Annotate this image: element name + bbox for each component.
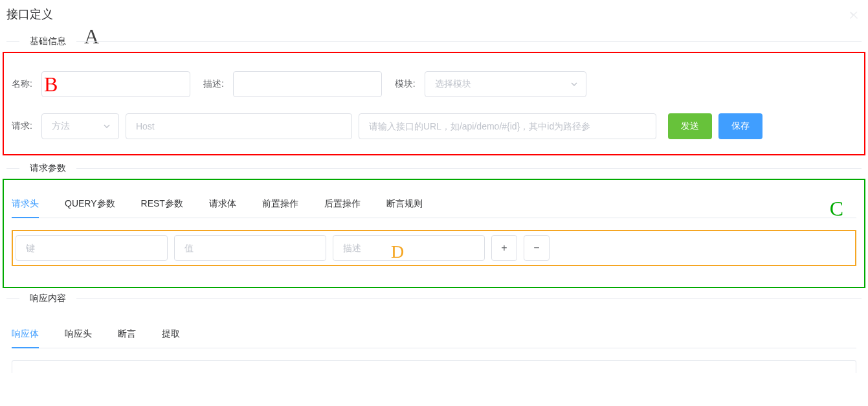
page-title: 接口定义 — [6, 6, 53, 22]
form-row-request: 请求: 方法 发送 保存 — [12, 113, 856, 139]
name-input[interactable] — [41, 71, 190, 97]
tab-rest-params[interactable]: REST参数 — [141, 198, 183, 218]
chevron-down-icon — [103, 122, 112, 131]
plus-icon: + — [501, 242, 507, 254]
tab-response-header[interactable]: 响应头 — [65, 328, 92, 348]
tab-request-header[interactable]: 请求头 — [12, 198, 39, 218]
desc-input[interactable] — [233, 71, 382, 97]
response-section: 响应内容 响应体 响应头 断言 提取 — [6, 299, 862, 373]
module-select[interactable]: 选择模块 — [425, 71, 586, 97]
tab-assert-rule[interactable]: 断言规则 — [386, 198, 423, 218]
param-row: D + − — [12, 230, 856, 266]
tab-pre-action[interactable]: 前置操作 — [262, 198, 298, 218]
request-params-section: 请求参数 请求头 QUERY参数 REST参数 请求体 前置操作 后置操作 断言… — [6, 168, 862, 279]
section-legend-request: 请求参数 — [19, 163, 76, 174]
row-desc-input[interactable] — [333, 235, 485, 261]
url-input[interactable] — [359, 113, 656, 139]
minus-icon: − — [533, 242, 539, 254]
tab-response-body[interactable]: 响应体 — [12, 328, 39, 348]
value-input[interactable] — [174, 235, 326, 261]
section-legend-basic: 基础信息 — [19, 36, 76, 47]
chevron-down-icon — [570, 80, 579, 89]
basic-info-section: 基础信息 名称: 描述: 模块: 选择模块 B 请求: 方法 — [6, 41, 862, 149]
tab-post-action[interactable]: 后置操作 — [324, 198, 361, 218]
method-placeholder: 方法 — [52, 120, 70, 132]
page-header: 接口定义 A — [6, 6, 862, 22]
save-button[interactable]: 保存 — [718, 113, 762, 139]
host-input[interactable] — [126, 113, 352, 139]
annotation-c: C — [830, 197, 843, 221]
name-label: 名称: — [12, 78, 32, 90]
tab-query-params[interactable]: QUERY参数 — [65, 198, 115, 218]
tab-request-body[interactable]: 请求体 — [209, 198, 236, 218]
method-select[interactable]: 方法 — [41, 113, 119, 139]
send-button[interactable]: 发送 — [668, 113, 712, 139]
response-tabs: 响应体 响应头 断言 提取 — [12, 328, 856, 348]
highlight-box-basic — [3, 52, 865, 155]
module-label: 模块: — [395, 78, 416, 90]
request-label: 请求: — [12, 120, 32, 132]
tab-assert[interactable]: 断言 — [118, 328, 136, 348]
request-tabs: 请求头 QUERY参数 REST参数 请求体 前置操作 后置操作 断言规则 C — [12, 198, 856, 218]
key-input[interactable] — [16, 235, 168, 261]
section-legend-response: 响应内容 — [19, 293, 76, 304]
desc-label: 描述: — [203, 78, 224, 90]
remove-row-button[interactable]: − — [524, 235, 550, 261]
module-placeholder: 选择模块 — [435, 78, 471, 90]
tab-extract[interactable]: 提取 — [162, 328, 180, 348]
add-row-button[interactable]: + — [491, 235, 517, 261]
close-icon[interactable] — [850, 10, 858, 22]
response-body-area — [12, 360, 856, 373]
form-row-meta: 名称: 描述: 模块: 选择模块 B — [12, 71, 856, 97]
